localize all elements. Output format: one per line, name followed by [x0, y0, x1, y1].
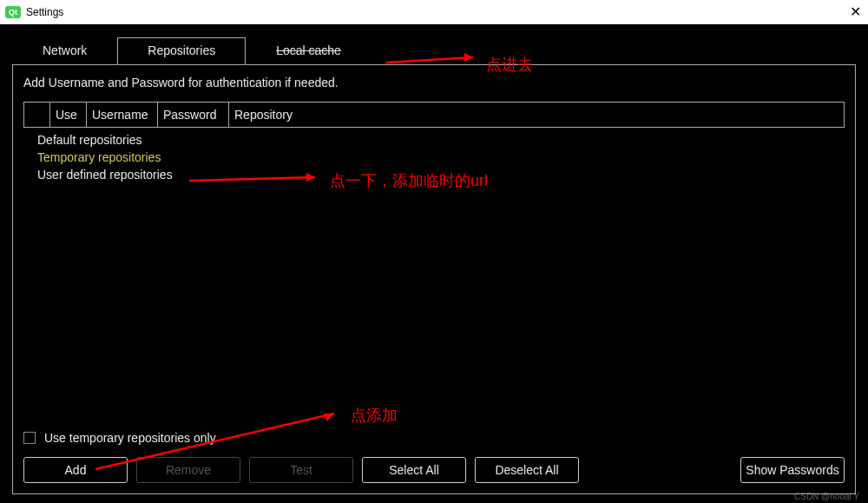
tree-temporary-repositories[interactable]: Temporary repositories [37, 149, 845, 166]
content-frame: Add Username and Password for authentica… [12, 64, 856, 494]
col-use: Use [50, 103, 87, 127]
test-button: Test [249, 457, 353, 483]
show-passwords-button[interactable]: Show Passwords [740, 457, 845, 483]
repository-tree: Default repositories Temporary repositor… [23, 128, 845, 183]
tree-user-defined-repositories[interactable]: User defined repositories [37, 166, 845, 183]
close-icon[interactable]: ✕ [850, 3, 861, 20]
qt-logo-icon: Qt [5, 6, 21, 18]
button-row: Add Remove Test Select All Deselect All … [23, 457, 845, 483]
titlebar: Qt Settings ✕ [0, 0, 868, 24]
temp-repos-only-checkbox[interactable]: Use temporary repositories only [23, 431, 845, 445]
add-button[interactable]: Add [23, 457, 128, 483]
tab-local-cache[interactable]: Local cache [246, 37, 372, 65]
bottom-controls: Use temporary repositories only Add Remo… [23, 431, 845, 483]
col-expand [24, 103, 50, 127]
window-body: Network Repositories Local cache Add Use… [0, 24, 868, 503]
col-repository: Repository [229, 103, 844, 127]
checkbox-label: Use temporary repositories only [44, 431, 216, 445]
deselect-all-button[interactable]: Deselect All [475, 457, 579, 483]
tab-repositories[interactable]: Repositories [117, 37, 246, 65]
tabs: Network Repositories Local cache [12, 36, 856, 64]
col-password: Password [158, 103, 229, 127]
window-title: Settings [26, 6, 63, 18]
watermark: CSDN @nooal Y [794, 492, 859, 501]
tab-network[interactable]: Network [12, 37, 117, 65]
tree-default-repositories[interactable]: Default repositories [37, 131, 845, 149]
table-header: Use Username Password Repository [23, 102, 845, 128]
instruction-text: Add Username and Password for authentica… [23, 76, 845, 89]
remove-button: Remove [136, 457, 240, 483]
select-all-button[interactable]: Select All [362, 457, 466, 483]
checkbox-icon [23, 432, 36, 444]
col-username: Username [87, 103, 158, 127]
